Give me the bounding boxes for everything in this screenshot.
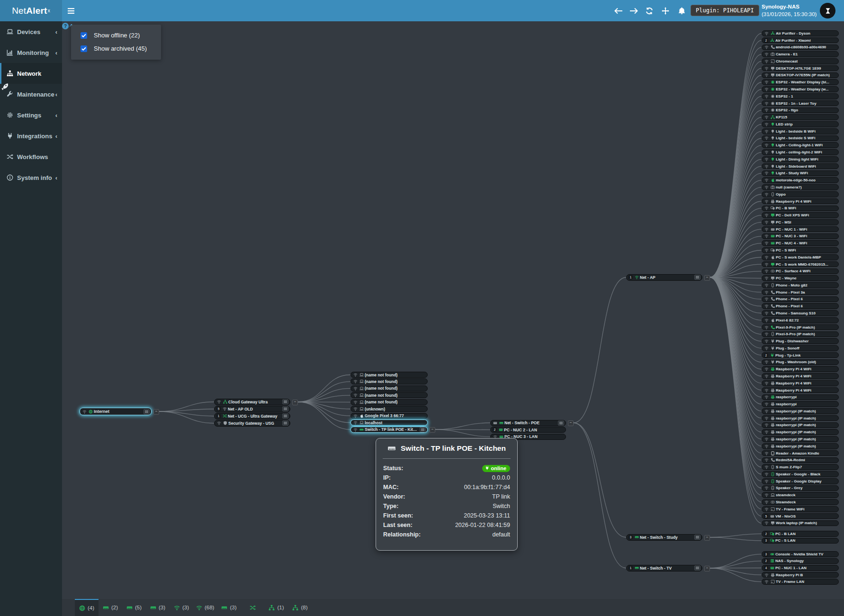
device-node[interactable]: DESKTOP-IV7E55N (IP match) — [762, 72, 839, 79]
device-node[interactable]: TV - Frame WiFi — [762, 506, 839, 512]
refresh-icon[interactable] — [642, 0, 656, 21]
device-node[interactable]: Phone - Pixel 3a — [762, 289, 839, 295]
device-node[interactable]: localhost — [350, 420, 428, 426]
device-node[interactable]: PC - S work MMD-67082015... — [762, 261, 839, 268]
node-menu-button[interactable] — [282, 406, 288, 411]
device-node[interactable]: Chromecast — [762, 58, 839, 64]
device-node[interactable]: (name not found) — [350, 385, 428, 392]
device-node[interactable]: Plug - Washroom (old) — [762, 359, 839, 366]
device-node[interactable]: 3PC - S LAN — [762, 538, 839, 544]
device-node[interactable]: ESP32 - 1 — [762, 93, 839, 99]
device-node[interactable]: Speaker - Google Display — [762, 478, 839, 484]
gateway-node[interactable]: 5Net - AP OLD — [214, 406, 290, 412]
device-node[interactable]: 3Console - Nvidia Shield TV — [762, 551, 839, 557]
bell-icon[interactable] — [674, 0, 689, 21]
sidebar-item-settings[interactable]: Settings‹ — [0, 105, 62, 125]
rocket-icon[interactable] — [1, 82, 9, 91]
device-node[interactable]: PC - Dell XPS WiFi — [762, 212, 839, 218]
forward-icon[interactable] — [627, 0, 641, 21]
sidebar-item-system-info[interactable]: System info‹ — [0, 167, 62, 188]
node-menu-button[interactable] — [282, 413, 288, 419]
device-node[interactable]: Light - Study WiFi — [762, 170, 839, 177]
device-node[interactable]: (unknown) — [350, 406, 428, 412]
device-node[interactable]: Light - bedside S WiFi — [762, 135, 839, 142]
device-node[interactable]: Light - ceiling-light-2 WiFi — [762, 149, 839, 155]
device-node[interactable]: raspberrypi (IP match) — [762, 422, 839, 429]
node-menu-button[interactable] — [694, 535, 700, 540]
device-node[interactable]: raspberrypi (IP match) — [762, 436, 839, 442]
device-node[interactable]: Light - bedside B WiFi — [762, 128, 839, 134]
device-node[interactable]: Raspberry Pi 4 WiFi — [762, 380, 839, 386]
collapse-button[interactable]: − — [292, 400, 298, 405]
bottom-tab-globe-0[interactable]: (4) — [75, 599, 99, 616]
bottom-tab-switch-3[interactable]: (3) — [146, 599, 170, 616]
device-node[interactable]: (name not found) — [350, 392, 428, 398]
show-archived-row[interactable]: Show archived (45) — [81, 45, 147, 52]
device-node[interactable]: Pixel-9-Pro (IP match) — [762, 324, 839, 330]
device-node[interactable]: PC - Surface 4 WiFi — [762, 268, 839, 275]
node-menu-button[interactable] — [282, 399, 288, 404]
device-node[interactable]: android-c8608b93-a00e4690 — [762, 45, 839, 51]
device-node[interactable]: Phone - Pixel 6 — [762, 303, 839, 309]
device-node[interactable]: Camera - E1 — [762, 51, 839, 57]
device-node[interactable]: 4PC - NUC 1 - LAN — [762, 565, 839, 571]
sidebar-item-monitoring[interactable]: Monitoring‹ — [0, 42, 62, 63]
device-node[interactable]: PC - NUC 1 - WiFi — [762, 226, 839, 232]
user-avatar[interactable] — [820, 3, 835, 18]
device-node[interactable]: (name not found) — [350, 372, 428, 378]
gateway-node[interactable]: Cloud Gateway Ultra — [214, 399, 290, 405]
device-node[interactable]: raspberrypi — [762, 401, 839, 407]
sidebar-item-devices[interactable]: Devices‹ — [0, 21, 62, 42]
device-node[interactable]: Raspberry Pi 4 WiFi — [762, 387, 839, 393]
device-node[interactable]: PC - NUC 4 - WiFi — [762, 240, 839, 246]
device-node[interactable]: 2Plug - Tp-Link — [762, 352, 839, 358]
device-node[interactable]: 5VM - NixOS — [762, 513, 839, 519]
device-node[interactable]: 2NAS - Synology — [762, 558, 839, 564]
device-node[interactable]: Raspberry Pi 4 WiFi — [762, 366, 839, 372]
collapse-button[interactable]: − — [704, 566, 710, 571]
collapse-button[interactable]: − — [568, 420, 574, 426]
device-node[interactable]: Light - Ceiling-light-1 WiFi — [762, 142, 839, 148]
device-node[interactable]: 2Air Purifier - Xiaomi — [762, 37, 839, 44]
device-node[interactable]: PC - B WiFi — [762, 205, 839, 212]
device-node[interactable]: PC - Wayne — [762, 275, 839, 281]
device-node[interactable]: raspberrypi (IP match) — [762, 415, 839, 421]
device-node[interactable]: Speaker - Google - Black — [762, 471, 839, 477]
device-node[interactable]: Air Purifier - Dyson — [762, 30, 839, 36]
device-node[interactable]: PC - NUC 3 - WiFi — [762, 233, 839, 240]
device-node[interactable]: Raspberry Pi 4 WiFi — [762, 198, 839, 205]
device-node[interactable]: Oppo — [762, 191, 839, 197]
hub-node-ap[interactable]: 1Net - AP — [626, 274, 702, 281]
device-node[interactable]: Plug - Sonoff — [762, 345, 839, 351]
device-node[interactable]: raspberrypi (IP match) — [762, 429, 839, 435]
device-node[interactable]: DESKTOP-H7IL7GE 1E99 — [762, 65, 839, 71]
switch-node[interactable]: Net - Switch - POE — [490, 420, 566, 426]
device-node[interactable]: ESP32 - ttgo — [762, 107, 839, 114]
bottom-tab-hub-8[interactable]: (1) — [264, 599, 288, 616]
device-node[interactable]: 2PC - B LAN — [762, 531, 839, 537]
app-logo[interactable]: NetAlertx — [0, 0, 62, 21]
device-node[interactable]: Pixel-6 82:72 — [762, 317, 839, 323]
device-node[interactable]: raspberrypi — [762, 394, 839, 401]
device-node[interactable]: motorola-edge-50-neo — [762, 177, 839, 183]
switch-node[interactable]: 2PC - NUC 2 - LAN — [490, 427, 566, 433]
show-offline-checkbox[interactable] — [81, 32, 87, 39]
node-menu-button[interactable] — [420, 427, 426, 432]
fit-view-icon[interactable] — [658, 0, 673, 21]
help-bubble[interactable]: ? ↗ — [62, 23, 73, 29]
collapse-button[interactable]: − — [430, 427, 435, 433]
device-node[interactable]: ESP32 - 1n - Laser Toy — [762, 100, 839, 107]
device-node[interactable]: Pixel-9-Pro (IP match) — [762, 331, 839, 338]
device-node[interactable]: Reader - Amazon Kindle — [762, 450, 839, 456]
device-node[interactable]: S mum Z-Flip7 — [762, 464, 839, 470]
device-node[interactable]: LED strip — [762, 121, 839, 127]
collapse-button[interactable]: − — [704, 275, 710, 281]
hub-node-tv[interactable]: 1Net - Switch - TV — [626, 565, 702, 571]
device-node[interactable]: TV - Frame LAN — [762, 579, 839, 585]
bottom-tab-hub-9[interactable]: (8) — [288, 599, 312, 616]
device-node[interactable]: PC - S work Daniels-MBP — [762, 254, 839, 260]
device-node[interactable]: raspberrypi (IP match) — [762, 408, 839, 414]
device-node[interactable]: Work laptop (IP match) — [762, 520, 839, 527]
sidebar-item-integrations[interactable]: Integrations‹ — [0, 125, 62, 146]
bottom-tab-switch-1[interactable]: (2) — [99, 599, 122, 616]
